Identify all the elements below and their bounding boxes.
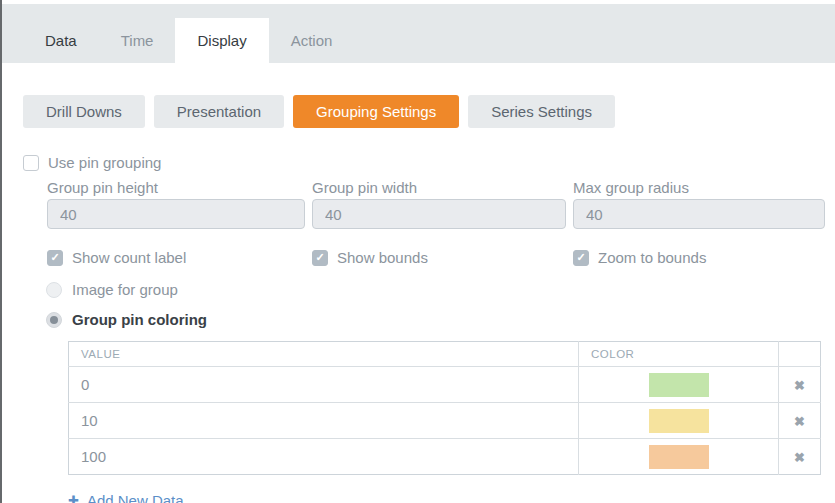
table-row: 100 ✖ xyxy=(69,439,821,475)
remove-row-icon[interactable]: ✖ xyxy=(779,450,820,465)
actions-column-header xyxy=(779,342,821,367)
tab-bar: Data Time Display Action xyxy=(2,4,835,63)
tab-time[interactable]: Time xyxy=(99,18,176,63)
remove-cell: ✖ xyxy=(779,403,821,439)
use-pin-grouping-checkbox[interactable]: ✓ xyxy=(23,155,39,171)
add-new-data-label: Add New Data… xyxy=(87,492,199,503)
table-header-row: VALUE COLOR xyxy=(69,342,821,367)
group-pin-height-label: Group pin height xyxy=(47,179,305,196)
subtab-presentation-label: Presentation xyxy=(177,103,261,120)
use-pin-grouping-label: Use pin grouping xyxy=(48,154,161,171)
color-cell xyxy=(579,403,779,439)
group-pin-coloring-label: Group pin coloring xyxy=(72,311,207,328)
show-count-label-text: Show count label xyxy=(72,249,186,266)
subtab-grouping-settings[interactable]: Grouping Settings xyxy=(293,95,459,128)
grouping-settings-panel: Data Time Display Action Drill Downs Pre… xyxy=(0,0,835,503)
color-swatch[interactable] xyxy=(649,445,709,469)
group-pin-width-label: Group pin width xyxy=(312,179,566,196)
table-row: 0 ✖ xyxy=(69,367,821,403)
group-pin-width-input xyxy=(312,199,566,229)
color-swatch[interactable] xyxy=(649,409,709,433)
zoom-to-bounds-checkbox: ✓ xyxy=(573,250,589,266)
tab-time-label: Time xyxy=(121,32,154,49)
group-pin-coloring-radio[interactable] xyxy=(46,312,62,328)
color-cell xyxy=(579,367,779,403)
value-column-header: VALUE xyxy=(69,342,579,367)
remove-row-icon[interactable]: ✖ xyxy=(779,414,820,429)
tab-display[interactable]: Display xyxy=(175,18,268,63)
check-icon: ✓ xyxy=(315,251,324,264)
plus-icon: ✚ xyxy=(68,493,79,503)
show-bounds-checkbox: ✓ xyxy=(312,250,328,266)
group-style-radios: Image for group Group pin coloring xyxy=(46,281,835,328)
tab-data[interactable]: Data xyxy=(23,18,99,63)
add-new-data-link[interactable]: ✚ Add New Data… xyxy=(68,492,199,503)
group-pin-coloring-option[interactable]: Group pin coloring xyxy=(46,311,835,328)
color-column-header: COLOR xyxy=(579,342,779,367)
zoom-to-bounds-row: ✓ Zoom to bounds xyxy=(573,249,825,266)
color-cell xyxy=(579,439,779,475)
pin-coloring-table: VALUE COLOR 0 ✖ 10 xyxy=(68,341,821,475)
group-pin-height-input xyxy=(47,199,305,229)
tab-display-label: Display xyxy=(197,32,246,49)
pin-size-fields: Group pin height Group pin width Max gro… xyxy=(47,179,835,229)
image-for-group-radio[interactable] xyxy=(46,282,62,298)
value-cell[interactable]: 0 xyxy=(69,367,579,403)
subtab-series-settings-label: Series Settings xyxy=(491,103,592,120)
max-group-radius-label: Max group radius xyxy=(573,179,825,196)
check-icon: ✓ xyxy=(50,251,59,264)
subtab-grouping-settings-label: Grouping Settings xyxy=(316,103,436,120)
tab-action-label: Action xyxy=(291,32,333,49)
show-bounds-row: ✓ Show bounds xyxy=(312,249,566,266)
subtab-presentation[interactable]: Presentation xyxy=(154,95,284,128)
zoom-to-bounds-text: Zoom to bounds xyxy=(598,249,706,266)
subtab-series-settings[interactable]: Series Settings xyxy=(468,95,615,128)
max-group-radius-input xyxy=(573,199,825,229)
group-pin-height-field: Group pin height xyxy=(47,179,305,229)
subtab-drill-downs[interactable]: Drill Downs xyxy=(23,95,145,128)
value-cell[interactable]: 100 xyxy=(69,439,579,475)
show-count-label-checkbox: ✓ xyxy=(47,250,63,266)
max-group-radius-field: Max group radius xyxy=(573,179,825,229)
display-subtab-bar: Drill Downs Presentation Grouping Settin… xyxy=(23,95,835,128)
table-row: 10 ✖ xyxy=(69,403,821,439)
color-swatch[interactable] xyxy=(649,373,709,397)
tab-data-label: Data xyxy=(45,32,77,49)
remove-cell: ✖ xyxy=(779,439,821,475)
pin-option-checkboxes: ✓ Show count label ✓ Show bounds ✓ Zoom … xyxy=(47,249,835,266)
remove-cell: ✖ xyxy=(779,367,821,403)
image-for-group-option[interactable]: Image for group xyxy=(46,281,835,298)
image-for-group-label: Image for group xyxy=(72,281,178,298)
tab-action[interactable]: Action xyxy=(269,18,355,63)
subtab-drill-downs-label: Drill Downs xyxy=(46,103,122,120)
show-count-label-row: ✓ Show count label xyxy=(47,249,305,266)
group-pin-width-field: Group pin width xyxy=(312,179,566,229)
use-pin-grouping-row[interactable]: ✓ Use pin grouping xyxy=(23,154,835,171)
display-tab-content: Drill Downs Presentation Grouping Settin… xyxy=(2,63,835,503)
remove-row-icon[interactable]: ✖ xyxy=(779,378,820,393)
show-bounds-text: Show bounds xyxy=(337,249,428,266)
value-cell[interactable]: 10 xyxy=(69,403,579,439)
check-icon: ✓ xyxy=(576,251,585,264)
